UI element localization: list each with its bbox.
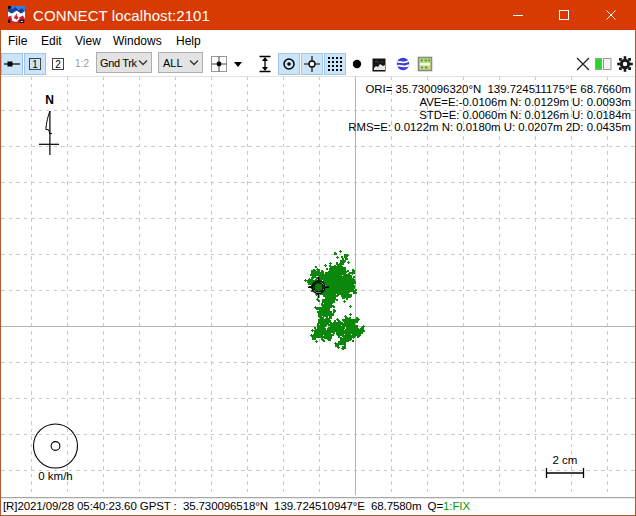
svg-text:AVE=E:-0.0106m N: 0.0129m U: 0: AVE=E:-0.0106m N: 0.0129m U: 0.0093m [419,96,631,108]
svg-text:2 cm: 2 cm [553,454,578,466]
svg-text:RMS=E: 0.0122m N: 0.0180m U: 0: RMS=E: 0.0122m N: 0.0180m U: 0.0207m 2D:… [348,121,631,133]
svg-text:ORI= 35.730096320°N 139.72451: ORI= 35.730096320°N 139.724511175°E 68.7… [366,83,632,95]
svg-text:0 km/h: 0 km/h [38,470,73,482]
svg-text:N: N [45,93,54,107]
svg-text:2: 2 [55,59,61,70]
svg-text:1: 1 [32,59,38,70]
svg-text:STD=E: 0.0060m N: 0.0126m U: 0: STD=E: 0.0060m N: 0.0126m U: 0.0184m [419,109,631,121]
